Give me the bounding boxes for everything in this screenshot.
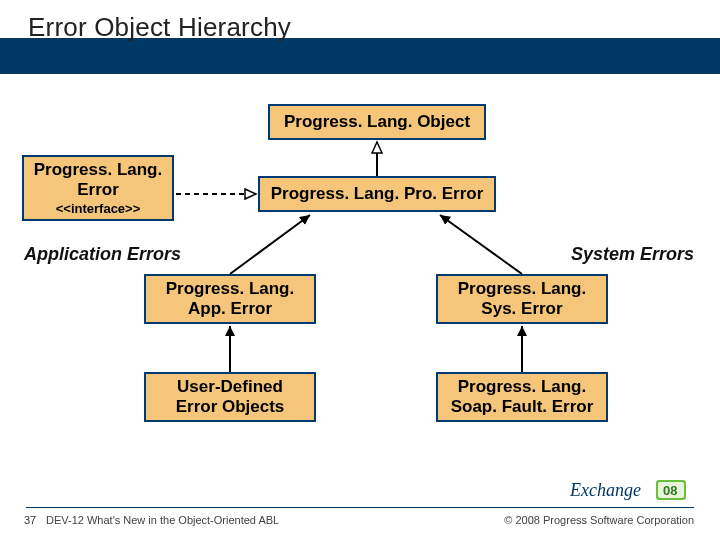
connectors — [0, 0, 720, 540]
box-object-label: Progress. Lang. Object — [284, 112, 470, 132]
slide-title: Error Object Hierarchy — [28, 12, 291, 43]
box-error-stereotype: <<interface>> — [56, 201, 141, 216]
footer-title: DEV-12 What's New in the Object-Oriented… — [46, 514, 279, 526]
box-syserror-l1: Progress. Lang. — [458, 279, 586, 299]
page-number: 37 — [24, 514, 36, 526]
box-userdefined: User-Defined Error Objects — [144, 372, 316, 422]
box-syserror: Progress. Lang. Sys. Error — [436, 274, 608, 324]
title-bar — [0, 38, 720, 74]
box-syserror-l2: Sys. Error — [481, 299, 562, 319]
box-proerror: Progress. Lang. Pro. Error — [258, 176, 496, 212]
svg-line-2 — [230, 215, 310, 274]
box-userdefined-l1: User-Defined — [177, 377, 283, 397]
svg-line-3 — [440, 215, 522, 274]
box-soapfault-l1: Progress. Lang. — [458, 377, 586, 397]
exchange-logo: Exchange 08 — [570, 474, 690, 508]
logo-year: 08 — [663, 483, 677, 498]
box-error-l2: Error — [77, 180, 119, 200]
box-soapfault: Progress. Lang. Soap. Fault. Error — [436, 372, 608, 422]
box-userdefined-l2: Error Objects — [176, 397, 285, 417]
slide: Error Object Hierarchy Progress. Lang. O… — [0, 0, 720, 540]
box-error-interface: Progress. Lang. Error <<interface>> — [22, 155, 174, 221]
footer-copyright: © 2008 Progress Software Corporation — [504, 514, 694, 526]
logo-text: Exchange — [570, 480, 641, 500]
category-system-errors: System Errors — [571, 244, 694, 265]
box-apperror: Progress. Lang. App. Error — [144, 274, 316, 324]
box-proerror-label: Progress. Lang. Pro. Error — [271, 184, 484, 204]
box-soapfault-l2: Soap. Fault. Error — [451, 397, 594, 417]
box-object: Progress. Lang. Object — [268, 104, 486, 140]
box-error-l1: Progress. Lang. — [34, 160, 162, 180]
box-apperror-l2: App. Error — [188, 299, 272, 319]
box-apperror-l1: Progress. Lang. — [166, 279, 294, 299]
category-application-errors: Application Errors — [24, 244, 181, 265]
